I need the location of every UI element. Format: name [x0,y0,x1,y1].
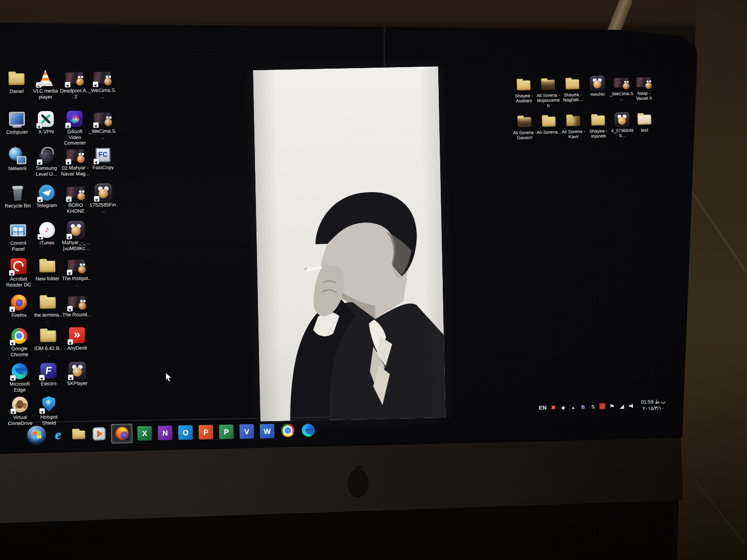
media-player-icon [91,426,107,442]
icon-label: Acrobat Reader DC [4,276,33,288]
desktop-icon-anydesk[interactable]: AnyDesk [62,326,92,351]
desktop-icon-itunes[interactable]: iTunes [32,221,62,246]
icon-label: Ali-Sorena... [536,129,561,135]
imac-screen-desktop[interactable]: Daniel VLC media player Deadpool.A... 2 … [0,22,698,456]
desktop-icon-boro-khone[interactable]: BORO KHONE [61,183,90,214]
taskbar-firefox[interactable] [111,424,133,444]
taskbar-project[interactable]: P [218,423,235,440]
icon-label: BORO KHONE [61,202,90,214]
shortcut-arrow-icon [93,82,98,87]
desktop-icon-control-panel[interactable]: Control Panel [3,221,33,252]
desktop-icon-gilisoft[interactable]: Gilisoft Video Converter [60,110,90,146]
shortcut-arrow-icon [66,197,72,202]
desktop-icon-new-folder[interactable]: New folder [33,257,62,282]
icon-label: _WeCima.S... [609,91,634,102]
desktop-icon-firefox[interactable]: Firefox [4,293,34,318]
desktop-icon-fastcopy[interactable]: FCFastCopy [89,146,118,171]
acrobat-icon [9,257,27,275]
desktop-icon-xvpn[interactable]: X-VPN [31,110,61,135]
file-explorer-icon [71,427,86,442]
desktop-icon-acrobat[interactable]: Acrobat Reader DC [4,257,33,288]
taskbar: e X N O P P V W [27,417,332,447]
taskbar-chrome[interactable] [279,422,296,439]
desktop-icon-meshki[interactable]: meshki [585,73,610,97]
disconnected-icon[interactable] [550,404,556,411]
desktop-icon-edge[interactable]: Microsoft Edge [5,362,34,393]
recording-icon[interactable] [600,403,605,409]
taskbar-outlook[interactable]: O [177,424,194,441]
desktop-icon-recycle-bin[interactable]: Recycle Bin [3,184,32,209]
folder-icon [7,70,25,88]
desktop-icon-chrome[interactable]: Google Chrome [4,327,34,357]
start-button[interactable] [27,426,46,445]
volume-icon[interactable] [628,402,635,409]
desktop-icon-naaji-vasiat[interactable]: Naaji - Vasiat II [631,72,656,102]
language-indicator[interactable]: EN [539,404,547,410]
desktop-icon-idm-folder[interactable]: IDM.6.42.B... [33,327,63,357]
icon-label: Electro [34,381,63,387]
video-file-icon [68,293,86,311]
desktop-icon-ali-sorena[interactable]: Ali-Sorena... [536,111,562,135]
desktop-icon-mahyar-video[interactable]: 02.Mahyar - Navar Mag... [61,146,90,177]
icon-label: Computer [2,129,31,135]
desktop-icon-1752585[interactable]: 1752585Fin... [89,183,118,214]
desktop-icon-terminal-folder[interactable]: the.termina... [33,293,63,324]
desktop-icon-instigators[interactable]: The.Instigat... [62,256,91,287]
shortcut-arrow-icon [68,375,73,380]
desktop-icon-daniel[interactable]: Daniel [2,69,31,94]
desktop-icon-mahyar-kmp[interactable]: Mahyar_-_... [vuM09Kc... [61,221,91,251]
desktop-icon-telegram[interactable]: Telegram [32,184,61,209]
firefox-icon [114,426,129,441]
desktop-icon-4-579[interactable]: 4_57965488... [610,109,635,139]
desktop-icon-mojassameh[interactable]: Ali Sorena - Mojassameh [535,74,561,109]
taskbar-excel[interactable]: X [136,425,153,442]
network-signal-icon[interactable] [619,402,625,409]
icon-label: Shayea - Asabani [511,93,536,104]
desktop-icon-clonedrive[interactable]: Virtual CloneDrive [5,395,35,426]
itunes-icon [38,221,56,239]
folder-icon [39,327,57,344]
desktop-icon-network[interactable]: Network [3,146,32,171]
show-hidden-icons[interactable] [570,403,576,410]
shortcut-arrow-icon [37,159,42,165]
edge-icon [300,423,316,438]
desktop-icon-samsung-level[interactable]: Samsung Level U... [32,146,61,177]
taskbar-word[interactable]: W [259,423,276,440]
desktop-icon-computer[interactable]: Computer [2,110,32,135]
bluetooth-icon[interactable] [580,403,586,410]
folder-icon [38,257,56,275]
desktop-icon-gavazn[interactable]: Ali Sorena - Gavazn [512,111,537,141]
shortcut-arrow-icon [66,234,72,239]
desktop-icon-the-round[interactable]: The.Round... [62,293,92,318]
project-icon: P [219,424,234,439]
desktop-icon-wecima-right[interactable]: _WeCima.S... [609,72,634,102]
taskbar-media-player[interactable] [91,426,108,443]
icon-label: _WeCima.S... [88,128,117,140]
desktop-icon-kavir[interactable]: Ali Sorena - Kavir [561,110,586,140]
desktop-icon-vlc[interactable]: VLC media player [31,69,60,100]
taskbar-file-explorer[interactable] [70,426,87,443]
desktop-icon-5kplayer[interactable]: 5KPlayer [63,361,92,386]
desktop-icon-electro[interactable]: Electro [34,362,63,387]
icon-label: X-VPN [31,129,60,135]
desktop-icon-wecima[interactable]: _WeCima.S... [88,69,117,100]
desktop-icon-shayea-naghab[interactable]: Shayea - Naghab... [560,73,585,103]
desktop-icon-deadpool[interactable]: Deadpool.A... 2 [60,69,89,100]
taskbar-visio[interactable]: V [239,423,255,440]
device-sync-icon[interactable] [590,403,596,410]
taskbar-onenote[interactable]: N [157,424,174,441]
icon-label: the.termina... [33,312,62,324]
desktop-icon-wecima2[interactable]: _WeCima.S... [88,110,118,140]
taskbar-edge[interactable] [300,422,317,439]
desktop-icon-text[interactable]: text [631,109,657,133]
vlc-icon [36,69,54,87]
desktop-icon-injaneb[interactable]: Shayea - Injaneb [586,110,611,139]
folder-icon [39,293,57,311]
desktop-icon-shayea-asabani[interactable]: Shayea - Asabani [511,74,536,104]
taskbar-powerpoint[interactable]: P [198,424,215,441]
taskbar-internet-explorer[interactable]: e [50,426,67,443]
taskbar-clock[interactable]: 01:59 ب.ظ ٢٠١٥/٣/١٠ [641,399,666,412]
action-center-flag-icon[interactable] [609,403,615,410]
internet-explorer-icon: e [55,428,61,441]
diamond-tray-icon[interactable] [560,403,566,410]
